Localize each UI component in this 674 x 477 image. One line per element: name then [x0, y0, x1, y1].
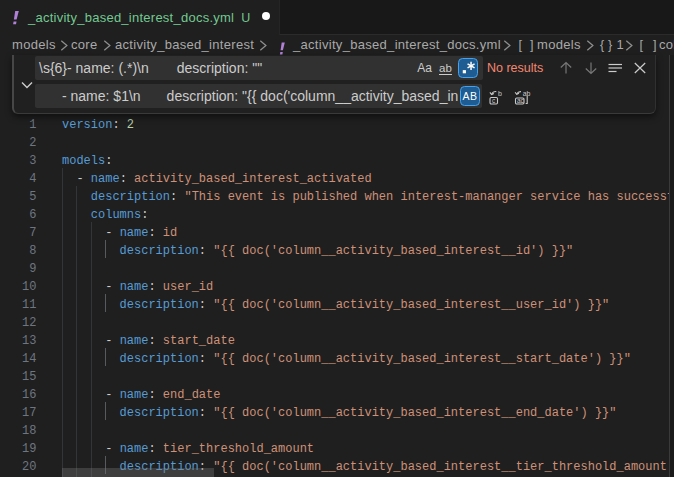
svg-text:ab: ab [523, 90, 531, 97]
svg-text:ac: ac [517, 97, 525, 104]
svg-text:b: b [498, 90, 502, 97]
